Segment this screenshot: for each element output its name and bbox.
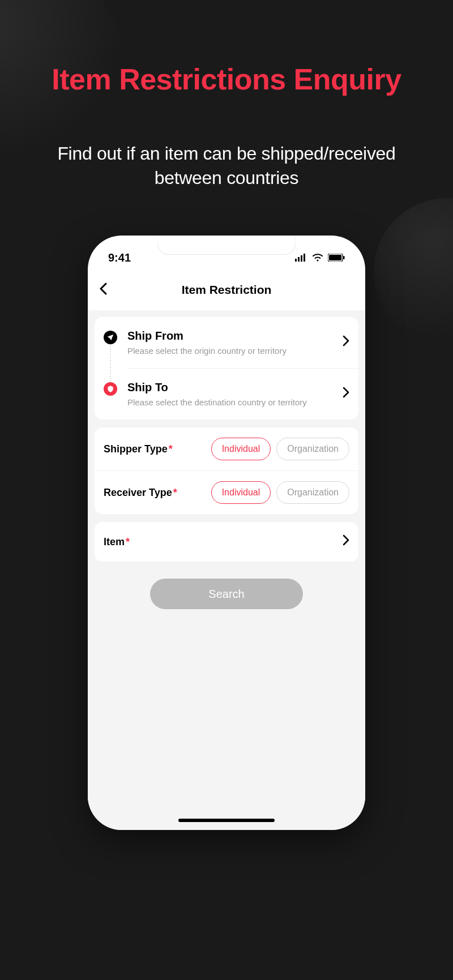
item-card: Item* <box>95 522 358 562</box>
home-indicator <box>178 819 275 822</box>
chevron-right-icon <box>343 387 349 401</box>
ship-card: Ship From Please select the origin count… <box>95 317 358 420</box>
ship-from-label: Ship From <box>127 329 338 343</box>
phone-frame: 9:41 Item Restriction <box>88 236 365 830</box>
shipper-type-row: Shipper Type* Individual Organization <box>95 427 358 470</box>
search-button[interactable]: Search <box>150 579 303 609</box>
ship-from-icon <box>104 331 117 344</box>
receiver-organization-pill[interactable]: Organization <box>276 481 349 504</box>
ship-to-hint: Please select the destination country or… <box>127 397 338 407</box>
ship-to-icon <box>104 382 117 396</box>
svg-rect-1 <box>298 257 300 262</box>
hero-subtitle: Find out if an item can be shipped/recei… <box>0 142 453 190</box>
type-card: Shipper Type* Individual Organization Re… <box>95 427 358 514</box>
ship-from-row[interactable]: Ship From Please select the origin count… <box>95 317 358 368</box>
app-screen: Item Restriction Ship From Please select… <box>88 269 365 830</box>
hero-title: Item Restrictions Enquiry <box>0 62 453 96</box>
background-circle <box>374 198 453 345</box>
receiver-individual-pill[interactable]: Individual <box>211 481 271 504</box>
chevron-right-icon <box>343 335 349 350</box>
chevron-right-icon <box>343 534 349 549</box>
item-row[interactable]: Item* <box>95 522 358 562</box>
status-time: 9:41 <box>108 251 131 264</box>
receiver-type-label: Receiver Type* <box>104 487 206 499</box>
back-button[interactable] <box>99 281 107 299</box>
shipper-type-label: Shipper Type* <box>104 443 206 455</box>
screen-title: Item Restriction <box>182 283 272 297</box>
cellular-icon <box>295 251 307 264</box>
ship-to-label: Ship To <box>127 381 338 394</box>
ship-to-row[interactable]: Ship To Please select the destination co… <box>95 369 358 420</box>
content-area: Ship From Please select the origin count… <box>88 310 365 616</box>
wifi-icon <box>312 251 323 264</box>
shipper-individual-pill[interactable]: Individual <box>211 438 271 460</box>
battery-icon <box>328 251 345 264</box>
navigation-bar: Item Restriction <box>88 269 365 310</box>
svg-rect-5 <box>329 255 341 260</box>
svg-rect-6 <box>343 256 345 259</box>
item-label: Item* <box>104 536 338 548</box>
svg-rect-3 <box>304 254 305 262</box>
svg-rect-0 <box>295 259 297 262</box>
phone-notch <box>157 236 296 255</box>
receiver-type-row: Receiver Type* Individual Organization <box>95 470 358 514</box>
shipper-organization-pill[interactable]: Organization <box>276 438 349 460</box>
ship-from-hint: Please select the origin country or terr… <box>127 346 338 356</box>
svg-rect-2 <box>301 255 302 262</box>
